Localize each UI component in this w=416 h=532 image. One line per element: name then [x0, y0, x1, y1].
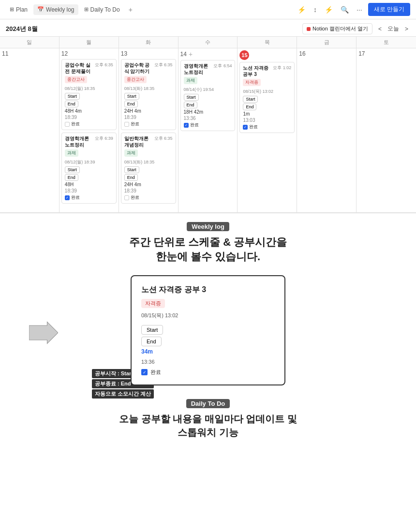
search-icon[interactable]: 🔍: [339, 5, 351, 15]
task-btn-row: Start: [124, 93, 173, 100]
task-btn-row-end: End: [124, 101, 173, 107]
task-date: 08/13(화) 18:35: [124, 159, 173, 165]
detail-duration: 34m: [141, 348, 275, 355]
task-card[interactable]: 경영학개론 노트정리 오후 6:54 과제 08/14(수) 19:54 Sta…: [180, 60, 236, 131]
tab-weekly-log[interactable]: 📅 Weekly log: [33, 4, 78, 15]
start-button[interactable]: Start: [243, 96, 258, 103]
add-event-icon[interactable]: +: [189, 50, 193, 58]
tab-weekly-log-label: Weekly log: [46, 6, 74, 13]
start-button[interactable]: Start: [124, 93, 139, 100]
day-number-11: 11: [2, 50, 57, 57]
start-button[interactable]: Start: [65, 166, 80, 173]
filter-icon[interactable]: ⚡: [296, 5, 308, 15]
task-end-time: 13:03: [243, 118, 291, 123]
task-title: 노션 자격증 공부 3: [243, 65, 272, 77]
detail-btn-row-end: End: [141, 337, 275, 346]
weekday-row: 일 월 화 수 목 금 토: [0, 36, 416, 48]
plan-icon: ⊞: [10, 6, 14, 13]
task-duration: 18H 42m: [184, 109, 232, 115]
task-tag: 자격증: [243, 79, 261, 86]
task-btn-row: Start: [65, 166, 113, 173]
notion-calendar-button[interactable]: Notion 캘린더에서 열기: [302, 23, 372, 34]
task-check-label: 완료: [71, 194, 80, 201]
end-button[interactable]: End: [124, 101, 138, 107]
task-time: 오후 6:54: [213, 63, 232, 69]
task-card[interactable]: 경영학개론 노트정리 오후 6:39 과제 08/12(월) 18:39 Sta…: [61, 133, 117, 204]
task-title-row: 공업수학 공식 암기하기 오후 6:35: [124, 62, 173, 74]
task-date: 08/14(수) 19:54: [184, 87, 232, 93]
task-title: 일반학개론 개념정리: [124, 135, 153, 148]
task-date: 08/12(월) 18:35: [65, 86, 113, 92]
nav-prev[interactable]: <: [376, 26, 384, 32]
task-btn-row: Start: [65, 93, 113, 100]
end-button[interactable]: End: [243, 103, 256, 110]
nav-next[interactable]: >: [403, 26, 410, 32]
weekday-thu: 목: [238, 37, 297, 48]
weekday-sun: 일: [0, 37, 59, 48]
task-card[interactable]: 일반학개론 개념정리 오후 6:35 과제 08/13(화) 18:35 Sta…: [121, 133, 176, 204]
task-duration: 1m: [243, 111, 291, 117]
detail-check: ✓ 완료: [141, 369, 275, 376]
detail-start-button[interactable]: Start: [141, 325, 163, 335]
task-checkbox[interactable]: ✓: [65, 195, 70, 200]
daily-todo-section: Daily To Do 오늘 공부할 내용을 매일마다 업데이트 및 스톱워치 …: [0, 393, 416, 441]
cal-day-13: 13 공업수학 공식 암기하기 오후 6:35 중간고사 08/13(화) 18…: [119, 48, 178, 213]
top-nav: ⊞ Plan 📅 Weekly log ⊞ Daily To Do + ⚡ ↕ …: [0, 0, 416, 19]
task-checkbox[interactable]: ✓: [184, 123, 189, 128]
tab-plan[interactable]: ⊞ Plan: [6, 4, 31, 15]
end-button[interactable]: End: [65, 101, 78, 107]
end-button[interactable]: End: [124, 174, 138, 181]
task-title-row: 노션 자격증 공부 3 오후 1:02: [243, 65, 291, 77]
task-title-row: 경영학개론 노트정리 오후 6:39: [65, 135, 113, 148]
tab-daily-todo[interactable]: ⊞ Daily To Do: [80, 4, 124, 15]
new-button[interactable]: 새로 만들기: [368, 3, 410, 16]
task-btn-row: Start: [184, 94, 232, 101]
task-btn-row: Start: [243, 96, 291, 103]
detail-btn-row: Start: [141, 325, 275, 335]
detail-end-button[interactable]: End: [141, 337, 162, 346]
start-button[interactable]: Start: [184, 94, 199, 101]
task-date: 08/15(목) 13:02: [243, 89, 291, 95]
task-check-label: 완료: [249, 124, 258, 130]
weekday-wed: 수: [178, 37, 238, 48]
cal-day-17: 17: [357, 48, 416, 213]
more-icon[interactable]: ···: [355, 5, 364, 15]
detail-check-label: 완료: [150, 369, 161, 376]
section-tag: Weekly log: [187, 222, 229, 231]
add-tab-button[interactable]: +: [126, 4, 135, 15]
task-card[interactable]: 공업수학 공식 암기하기 오후 6:35 중간고사 08/13(화) 18:35…: [121, 59, 176, 130]
task-time: 오후 1:02: [273, 65, 291, 71]
task-checkbox[interactable]: [65, 122, 70, 127]
detail-end-time: 13:36: [141, 359, 275, 365]
end-button[interactable]: End: [65, 174, 78, 181]
calendar-header: 2024년 8월 Notion 캘린더에서 열기 < 오늘 >: [0, 19, 416, 36]
task-check-label: 완료: [131, 194, 139, 201]
callout-auto: 자동으로 소모시간 계산: [92, 389, 154, 399]
lightning-icon[interactable]: ⚡: [323, 5, 335, 15]
sort-icon[interactable]: ↕: [312, 5, 319, 15]
task-date: 08/12(월) 18:39: [65, 159, 113, 165]
day-number-15: 15: [239, 50, 295, 60]
task-card[interactable]: 공업수학 실전 문제풀이 오후 6:35 중간고사 08/12(월) 18:35…: [61, 59, 117, 130]
task-check: ✓ 완료: [65, 194, 113, 201]
start-button[interactable]: Start: [124, 166, 139, 173]
task-btn-row: Start: [124, 166, 173, 173]
start-button[interactable]: Start: [65, 93, 80, 100]
task-duration: 48H: [65, 182, 113, 187]
task-tag: 중간고사: [65, 76, 87, 83]
weekday-sat: 토: [357, 37, 416, 48]
task-checkbox[interactable]: ✓: [243, 125, 248, 130]
calendar-grid: 11 12 공업수학 실전 문제풀이 오후 6:35 중간고사 08/12(월)…: [0, 48, 416, 213]
nav-today[interactable]: 오늘: [386, 25, 401, 33]
task-check-label: 완료: [190, 122, 199, 128]
detail-checkbox[interactable]: ✓: [141, 369, 148, 375]
task-time: 오후 6:35: [95, 62, 113, 68]
day-number-16: 16: [299, 50, 354, 57]
task-end-time: 18:39: [65, 115, 113, 120]
task-checkbox[interactable]: [124, 122, 129, 127]
task-checkbox[interactable]: [124, 195, 129, 200]
task-card[interactable]: 노션 자격증 공부 3 오후 1:02 자격증 08/15(목) 13:02 S…: [239, 62, 295, 133]
task-duration: 48H 4m: [65, 108, 113, 114]
end-button[interactable]: End: [184, 102, 197, 108]
task-time: 오후 6:35: [154, 135, 173, 142]
